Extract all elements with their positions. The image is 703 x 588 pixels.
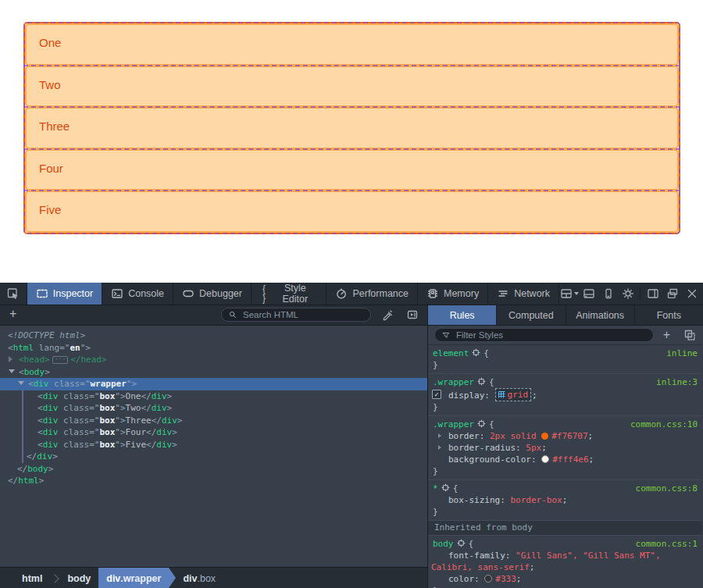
pop-windows-button[interactable]: [662, 283, 682, 304]
stylesheet-link[interactable]: inline: [666, 347, 698, 359]
tab-label: Debugger: [199, 288, 242, 299]
breadcrumb-item-html[interactable]: html: [14, 568, 50, 588]
markup-token: <: [19, 367, 24, 377]
stylesheet-link[interactable]: common.css:8: [636, 483, 698, 494]
search-html-box: [221, 308, 371, 322]
markup-token: >: [45, 367, 50, 377]
crumb-class: .wrapper: [120, 573, 161, 584]
expand-arrow-icon[interactable]: [9, 356, 12, 362]
markup-token: box: [99, 391, 115, 401]
markup-line[interactable]: <!DOCTYPE html>: [0, 330, 427, 342]
responsive-mode-button[interactable]: [598, 283, 618, 304]
rule-selector[interactable]: .wrapper: [433, 419, 474, 429]
css-rule: .wrapper{common.css:10border: 2px solid …: [428, 416, 702, 480]
collapse-arrow-icon[interactable]: [9, 369, 15, 373]
child-indent-guide: [22, 415, 23, 427]
collapse-arrow-icon[interactable]: [18, 381, 24, 385]
breadcrumb-item-body[interactable]: body: [59, 568, 98, 588]
highlight-element-icon[interactable]: [457, 539, 466, 547]
tab-style-editor[interactable]: { }Style Editor: [252, 283, 327, 305]
search-html-input[interactable]: [241, 309, 364, 320]
tab-debugger[interactable]: Debugger: [173, 283, 252, 305]
markup-line[interactable]: </body>: [0, 463, 427, 476]
markup-line[interactable]: <div class="box">Three</div>: [0, 415, 427, 427]
markup-token: Four: [126, 427, 147, 437]
markup-token: Five: [126, 440, 147, 450]
rule-selector[interactable]: *: [433, 483, 438, 494]
markup-token: Two: [126, 403, 141, 413]
settings-button[interactable]: [618, 283, 637, 304]
highlight-element-icon[interactable]: [441, 483, 450, 492]
markup-line[interactable]: <div class="box">One</div>: [0, 390, 427, 403]
tab-fonts[interactable]: Fonts: [635, 305, 703, 325]
stylesheet-link[interactable]: inline:3: [656, 376, 698, 388]
rule-selector[interactable]: body: [433, 539, 454, 549]
filter-styles-input[interactable]: [455, 330, 647, 340]
tab-animations[interactable]: Animations: [566, 305, 635, 325]
crumb-tag: div: [183, 573, 197, 584]
stylesheet-link[interactable]: common.css:10: [630, 419, 698, 430]
eyedropper-button[interactable]: [378, 306, 397, 323]
expand-shorthand-icon[interactable]: [438, 445, 441, 450]
css-rule: body{common.css:1font-family: "Gill Sans…: [428, 536, 702, 588]
grid-highlighter-toggle[interactable]: grid: [495, 388, 532, 401]
markup-token: Three: [126, 415, 152, 426]
dock-side-button[interactable]: [559, 283, 579, 304]
pick-element-button[interactable]: [0, 283, 27, 305]
expand-pane-button[interactable]: [403, 306, 422, 323]
css-declaration: font-family: "Gill Sans", "Gill Sans MT"…: [428, 550, 702, 573]
markup-line[interactable]: <head>···</head>: [0, 354, 427, 366]
close-button[interactable]: [682, 283, 701, 304]
breadcrumb-item-div.wrapper[interactable]: div.wrapper: [98, 568, 169, 588]
expand-shorthand-icon[interactable]: [438, 433, 441, 438]
color-swatch[interactable]: [484, 575, 492, 583]
collapsed-content-icon[interactable]: ···: [52, 356, 68, 364]
markup-line[interactable]: <div class="box">Four</div>: [0, 426, 427, 439]
browser-page-preview: OneTwoThreeFourFive: [0, 0, 703, 283]
markup-token: {: [489, 419, 494, 429]
highlight-element-icon[interactable]: [477, 419, 486, 428]
sidebar-toggle-button[interactable]: [643, 283, 662, 304]
markup-line[interactable]: <body>: [0, 366, 427, 379]
declaration-checkbox[interactable]: ✓: [432, 390, 441, 399]
icon-console: [111, 287, 123, 300]
color-swatch[interactable]: [541, 433, 548, 440]
markup-token: div: [152, 391, 167, 401]
settings-icon: [622, 287, 634, 300]
markup-line[interactable]: <div class="box">Two</div>: [0, 402, 427, 415]
add-rule-button[interactable]: +: [657, 326, 676, 345]
add-node-button[interactable]: +: [5, 306, 21, 322]
markup-line[interactable]: <div class="wrapper">: [0, 378, 427, 390]
highlight-element-icon[interactable]: [477, 377, 486, 386]
rule-selector[interactable]: .wrapper: [433, 377, 474, 387]
tab-performance[interactable]: Performance: [327, 283, 418, 305]
markup-view: <!DOCTYPE html><html lang="en"><head>···…: [0, 326, 427, 567]
markup-token: class=": [59, 440, 100, 450]
markup-line[interactable]: </html>: [0, 475, 427, 487]
css-rule: element{inline}: [428, 345, 702, 374]
tab-network[interactable]: Network: [488, 283, 559, 305]
breadcrumb-item-div.box[interactable]: div.box: [175, 568, 223, 588]
pseudo-class-button[interactable]: [680, 326, 699, 345]
pick-element-icon: [7, 287, 20, 300]
markup-token: ;: [516, 574, 522, 584]
markup-line[interactable]: <html lang="en">: [0, 342, 427, 355]
split-console-button[interactable]: [579, 283, 598, 304]
property-value: Calibri, sans-serif: [431, 562, 530, 572]
tab-memory[interactable]: Memory: [418, 283, 488, 305]
markup-line[interactable]: <div class="box">Five</div>: [0, 439, 427, 451]
property-name: border:: [448, 431, 490, 441]
css-declaration: border-radius: 5px;: [428, 442, 702, 454]
tab-console[interactable]: Console: [102, 283, 173, 305]
markup-token: >: [39, 476, 45, 486]
color-swatch[interactable]: [541, 455, 549, 463]
tab-rules[interactable]: Rules: [428, 305, 497, 325]
tab-inspector[interactable]: Inspector: [27, 283, 102, 305]
child-indent-guide: [22, 451, 23, 463]
rule-selector[interactable]: element: [433, 348, 469, 358]
markup-token: >: [120, 415, 126, 426]
markup-line[interactable]: </div>: [0, 451, 427, 463]
stylesheet-link[interactable]: common.css:1: [636, 538, 698, 550]
highlight-element-icon[interactable]: [472, 348, 480, 357]
tab-computed[interactable]: Computed: [497, 305, 566, 325]
